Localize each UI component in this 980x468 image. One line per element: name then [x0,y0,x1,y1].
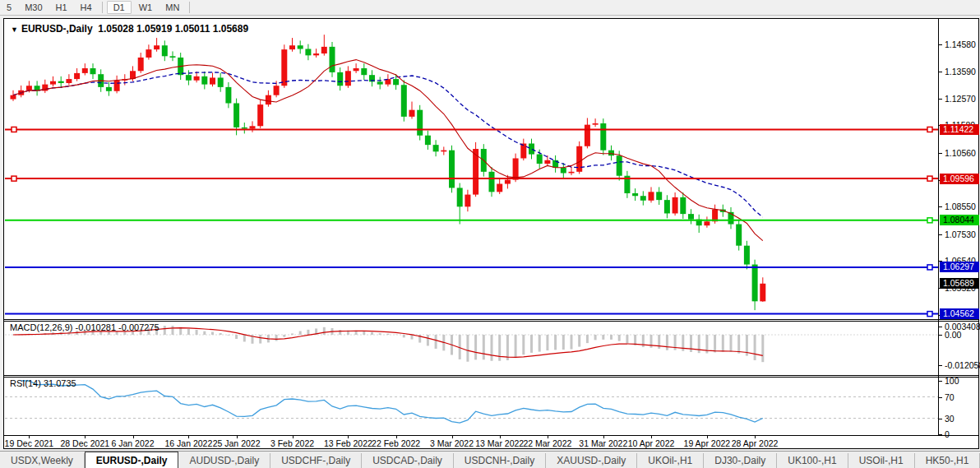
chart-tab-usdcnh-daily[interactable]: USDCNH-,Daily [454,453,546,468]
line-handle[interactable] [12,176,16,181]
line-handle[interactable] [927,176,932,181]
price-tick-mark [939,234,942,235]
candle [544,155,550,166]
candle [66,74,72,85]
price-level-badge: 1.04562 [940,308,979,319]
price-tick-label: 1.12570 [945,94,976,104]
candle [186,70,192,85]
candle [298,40,303,53]
rsi-tick-mark [939,434,942,435]
candle [369,70,375,86]
price-chart-pane[interactable] [5,20,938,320]
candle [377,76,383,89]
chart-dropdown-icon[interactable]: ▼ [11,25,18,34]
price-axis[interactable]: 1.145801.135901.125701.115801.105601.095… [939,19,980,448]
date-label: 16 Jan 2022 [164,438,212,448]
pane-separator[interactable] [4,321,978,322]
date-label: 25 Jan 2022 [213,438,261,448]
rsi-tick-mark [939,419,942,419]
candle [696,215,702,233]
candle [688,209,694,224]
candle [425,131,431,150]
pane-separator[interactable] [4,319,978,320]
date-label: 22 Mar 2022 [523,438,571,448]
candle [74,68,80,81]
chart-tab-xauusd-daily[interactable]: XAUUSD-,Daily [546,453,637,468]
candle [664,195,670,218]
candle [585,118,590,148]
candle [465,190,470,211]
toolbar-separator [102,2,103,13]
price-tick-mark [939,72,942,72]
price-tick-mark [939,99,942,100]
price-tick-label: 1.14580 [945,39,976,49]
date-label: 22 Feb 2022 [372,438,420,448]
price-tick-label: 1.10560 [945,148,976,158]
candle [576,141,582,174]
chart-tab-usoil-h1[interactable]: USOil-,H1 [848,453,915,468]
pane-separator[interactable] [4,375,978,376]
timeframe-button-w1[interactable]: W1 [133,2,159,13]
candle [18,86,24,97]
price-tick-mark [939,206,942,207]
chart-tab-eurusd-daily[interactable]: EURUSD-,Daily [85,452,179,468]
line-handle[interactable] [927,312,932,317]
line-handle[interactable] [927,265,932,270]
macd-tick-mark [939,365,942,366]
chart-tab-dj30-daily[interactable]: DJ30-,Daily [704,453,777,468]
rsi-tick-label: 100 [945,376,959,386]
macd-tick-label: 0.00 [945,330,961,340]
chart-window[interactable]: ▼EURUSD-,Daily 1.05028 1.05919 1.05011 1… [3,18,979,449]
candle [337,67,343,90]
candle [58,76,64,88]
rsi-line [21,381,763,423]
chart-tab-ukoil-h1[interactable]: UKOil-,H1 [637,453,704,468]
date-label: 31 Mar 2022 [579,438,627,448]
line-handle[interactable] [927,127,932,132]
timeframe-button-5[interactable]: 5 [1,2,17,13]
candle [114,76,120,94]
chart-tab-usdcad-daily[interactable]: USDCAD-,Daily [362,453,454,468]
timeframe-button-h1[interactable]: H1 [50,2,73,13]
timeframe-button-h4[interactable]: H4 [75,2,98,13]
line-handle[interactable] [927,218,932,223]
chart-tab-usdx-weekly[interactable]: USDX,Weekly [0,453,85,468]
candle [744,241,750,270]
candle [760,277,765,302]
timeframe-button-m30[interactable]: M30 [19,2,48,13]
candle [520,139,526,160]
candle [569,167,575,175]
candle [409,102,415,119]
candle [330,42,335,77]
timeframe-button-d1[interactable]: D1 [107,1,132,14]
candle [210,73,215,87]
macd-tick-mark [939,335,942,336]
price-level-badge: 1.11422 [940,124,979,135]
date-label: 3 Feb 2022 [270,438,314,448]
price-tick-label: 1.13590 [945,67,976,76]
candle [673,192,678,215]
chart-tab-uk100-h1[interactable]: UK100-,H1 [777,453,848,468]
ma-fast-line [13,60,763,241]
candle [321,35,327,55]
candle [736,220,742,251]
rsi-tick-label: 30 [945,414,955,424]
chart-tab-usdchf-daily[interactable]: USDCHF-,Daily [270,453,362,468]
candle [656,187,662,205]
chart-tab-audusd-daily[interactable]: AUDUSD-,Daily [178,453,270,468]
candle [154,38,159,52]
rsi-pane[interactable] [5,378,938,436]
timeframe-button-mn[interactable]: MN [159,2,185,13]
candle [497,179,502,194]
line-handle[interactable] [12,127,16,132]
candle [728,207,734,229]
candle [552,155,558,173]
chart-ohlc-values: 1.05028 1.05919 1.05011 1.05689 [98,23,248,35]
date-axis[interactable]: 19 Dec 202128 Dec 20216 Jan 202216 Jan 2… [5,436,938,449]
candle [289,38,295,52]
candle [170,51,176,61]
candle [433,140,439,156]
candle [704,216,710,227]
pane-separator[interactable] [4,377,978,378]
chart-tab-hk50-h1[interactable]: HK50-,H1 [915,453,980,468]
